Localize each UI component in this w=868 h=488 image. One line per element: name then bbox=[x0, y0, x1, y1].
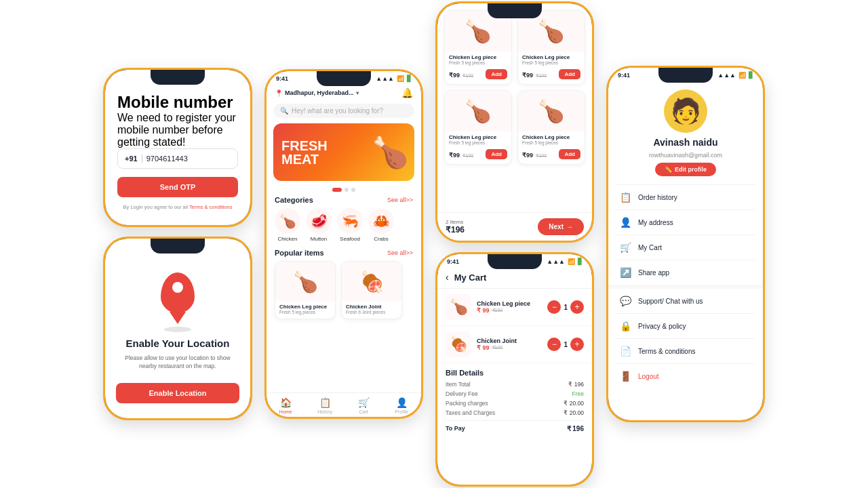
home-status-bar: 9:41 ▲▲▲ 📶 ▊ bbox=[267, 71, 421, 83]
product-grid-sub-0: Fresh 5 leg pieces bbox=[449, 60, 507, 65]
product-grid-sub-2: Fresh 5 leg pieces bbox=[449, 140, 507, 145]
qty-plus-1[interactable]: + bbox=[570, 338, 584, 351]
cart-item-price-1: ₹ 99 bbox=[477, 344, 490, 351]
location-inner: Enable Your Location Please allow to use… bbox=[105, 239, 250, 418]
product-grid-price-3: ₹99 ₹100 Add bbox=[522, 148, 580, 160]
cart-inner: 9:41 ▲▲▲ 📶 ▊ ‹ My Cart 🍗 Chicken Leg pie… bbox=[437, 254, 592, 485]
qty-control-0: − 1 + bbox=[547, 300, 584, 314]
menu-item-share-app[interactable]: ↗️ Share app bbox=[608, 260, 763, 285]
category-mutton[interactable]: 🥩 Mutton bbox=[306, 208, 332, 242]
categories-see-all[interactable]: See all>> bbox=[387, 197, 413, 203]
nav-history[interactable]: 📋 History bbox=[317, 397, 332, 414]
send-otp-button[interactable]: Send OTP bbox=[117, 177, 238, 197]
bottom-nav: 🏠 Home 📋 History 🛒 Cart 👤 Profile bbox=[267, 392, 421, 417]
home-time: 9:41 bbox=[276, 75, 288, 82]
product-img-0: 🍗 bbox=[275, 262, 335, 301]
product-grid-price-0: ₹99 ₹100 Add bbox=[449, 68, 507, 80]
product-card-1[interactable]: 🍖 Chicken Joint Fresh 6 Joint pieces bbox=[341, 261, 402, 319]
product-grid-name-0: Chicken Leg piece bbox=[449, 54, 507, 60]
menu-item-my-cart[interactable]: 🛒 My Cart bbox=[608, 235, 763, 260]
bill-row-packing: Packing charges ₹ 20.00 bbox=[446, 400, 584, 407]
location-label[interactable]: 📍 Madhapur, Hyderabad... ▾ bbox=[275, 89, 359, 97]
cart-summary: 2 Items ₹196 bbox=[446, 219, 465, 235]
profile-nav-label: Profile bbox=[395, 409, 408, 414]
product-card-0[interactable]: 🍗 Chicken Leg piece Fresh 5 leg pieces bbox=[275, 261, 336, 319]
menu-item-privacy[interactable]: 🔒 Privacy & policy bbox=[608, 314, 763, 338]
menu-item-support[interactable]: 💬 Support/ Chat with us bbox=[608, 289, 763, 313]
avatar: 🧑 bbox=[664, 89, 707, 133]
search-placeholder: Hey! what are you looking for? bbox=[292, 107, 383, 115]
chicken-label: Chicken bbox=[278, 236, 298, 242]
banner-line2: MEAT bbox=[281, 152, 328, 166]
mobile-title: Mobile number bbox=[117, 93, 238, 112]
to-pay-row: To Pay ₹ 196 bbox=[446, 425, 584, 432]
menu-item-my-address[interactable]: 👤 My address bbox=[608, 210, 763, 235]
profile-time: 9:41 bbox=[618, 72, 630, 79]
bill-section: Bill Details Item Total ₹ 196 Delivery F… bbox=[437, 363, 592, 438]
dot-3 bbox=[351, 188, 355, 192]
profile-inner: 9:41 ▲▲▲ 📶 ▊ 🧑 Avinash naidu rowthuavina… bbox=[608, 68, 763, 420]
nav-home[interactable]: 🏠 Home bbox=[279, 397, 292, 414]
mobile-number-screen: Mobile number We need to register your m… bbox=[103, 68, 252, 227]
cart-status-bar: 9:41 ▲▲▲ 📶 ▊ bbox=[437, 254, 592, 266]
search-icon: 🔍 bbox=[280, 107, 288, 115]
chicken-icon: 🍗 bbox=[275, 208, 300, 234]
delivery-label: Delivery Fee bbox=[446, 390, 478, 397]
product-grid-img-3: 🍗 bbox=[518, 91, 585, 131]
product-grid: 🍗 Chicken Leg piece Fresh 5 leg pieces ₹… bbox=[437, 3, 592, 171]
order-history-label: Order history bbox=[638, 194, 677, 201]
cart-item-old-1: ₹100 bbox=[492, 345, 503, 350]
cart-total-price: ₹196 bbox=[446, 225, 465, 235]
qty-minus-1[interactable]: − bbox=[547, 338, 561, 351]
add-button-3[interactable]: Add bbox=[559, 149, 580, 159]
location-pin-bottom bbox=[170, 312, 186, 324]
mutton-label: Mutton bbox=[311, 236, 327, 242]
product-name-1: Chicken Joint bbox=[346, 304, 397, 310]
popular-see-all[interactable]: See all>> bbox=[387, 249, 413, 256]
menu-item-order-history[interactable]: 📋 Order history bbox=[608, 185, 763, 209]
item-total-label: Item Total bbox=[446, 381, 471, 388]
product-grid-card-2[interactable]: 🍗 Chicken Leg piece Fresh 5 leg pieces ₹… bbox=[444, 90, 512, 165]
notification-icon[interactable]: 🔔 bbox=[401, 87, 413, 98]
qty-num-1: 1 bbox=[564, 341, 568, 348]
nav-cart[interactable]: 🛒 Cart bbox=[358, 397, 370, 414]
product-grid-sub-3: Fresh 5 leg pieces bbox=[522, 140, 580, 145]
phone-input-container[interactable]: +91 9704611443 bbox=[117, 148, 238, 169]
popular-section-header: Popular items See all>> bbox=[267, 249, 421, 261]
taxes-label: Taxes and Charges bbox=[446, 409, 495, 416]
popular-row: 🍗 Chicken Leg piece Fresh 5 leg pieces 🍖… bbox=[267, 261, 421, 319]
product-grid-img-2: 🍗 bbox=[445, 91, 511, 131]
enable-location-button[interactable]: Enable Location bbox=[116, 383, 239, 403]
product-list-inner: 🍗 Chicken Leg piece Fresh 5 leg pieces ₹… bbox=[437, 3, 592, 241]
product-grid-info-1: Chicken Leg piece Fresh 5 leg pieces ₹99… bbox=[518, 52, 585, 84]
search-bar[interactable]: 🔍 Hey! what are you looking for? bbox=[273, 104, 414, 118]
crabs-label: Crabs bbox=[374, 236, 388, 242]
dot-2 bbox=[344, 188, 349, 192]
product-grid-card-0[interactable]: 🍗 Chicken Leg piece Fresh 5 leg pieces ₹… bbox=[444, 10, 512, 85]
terms-link[interactable]: Terms & conditions bbox=[189, 204, 232, 210]
qty-plus-0[interactable]: + bbox=[570, 300, 584, 314]
product-grid-card-3[interactable]: 🍗 Chicken Leg piece Fresh 5 leg pieces ₹… bbox=[517, 90, 585, 165]
menu-item-logout[interactable]: 🚪 Logout bbox=[608, 364, 763, 388]
category-seafood[interactable]: 🦐 Seafood bbox=[337, 208, 363, 242]
category-crabs[interactable]: 🦀 Crabs bbox=[368, 208, 394, 242]
dot-1 bbox=[332, 188, 342, 192]
qty-minus-0[interactable]: − bbox=[547, 300, 561, 314]
product-grid-price-2: ₹99 ₹100 Add bbox=[449, 148, 507, 160]
back-button[interactable]: ‹ bbox=[446, 272, 449, 283]
cart-item-img-0: 🍗 bbox=[446, 294, 471, 320]
cart-nav-icon: 🛒 bbox=[358, 397, 370, 408]
nav-profile[interactable]: 👤 Profile bbox=[395, 397, 408, 414]
mobile-number-inner: Mobile number We need to register your m… bbox=[105, 70, 250, 225]
edit-profile-button[interactable]: ✏️ Edit profile bbox=[655, 163, 716, 176]
add-button-0[interactable]: Add bbox=[486, 69, 507, 79]
add-button-1[interactable]: Add bbox=[559, 69, 580, 79]
next-button[interactable]: Next → bbox=[538, 218, 584, 235]
location-pin bbox=[161, 272, 195, 313]
category-chicken[interactable]: 🍗 Chicken bbox=[275, 208, 300, 242]
product-grid-price-1: ₹99 ₹100 Add bbox=[522, 68, 580, 80]
add-button-2[interactable]: Add bbox=[486, 149, 507, 159]
product-grid-card-1[interactable]: 🍗 Chicken Leg piece Fresh 5 leg pieces ₹… bbox=[517, 10, 585, 85]
menu-item-terms[interactable]: 📄 Terms & conditions bbox=[608, 339, 763, 363]
cart-nav-label: Cart bbox=[359, 409, 368, 414]
